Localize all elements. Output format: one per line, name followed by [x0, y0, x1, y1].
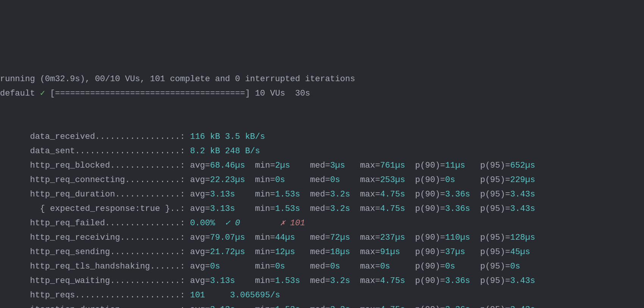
- terminal-output: running (0m32.9s), 00/10 VUs, 101 comple…: [0, 72, 644, 308]
